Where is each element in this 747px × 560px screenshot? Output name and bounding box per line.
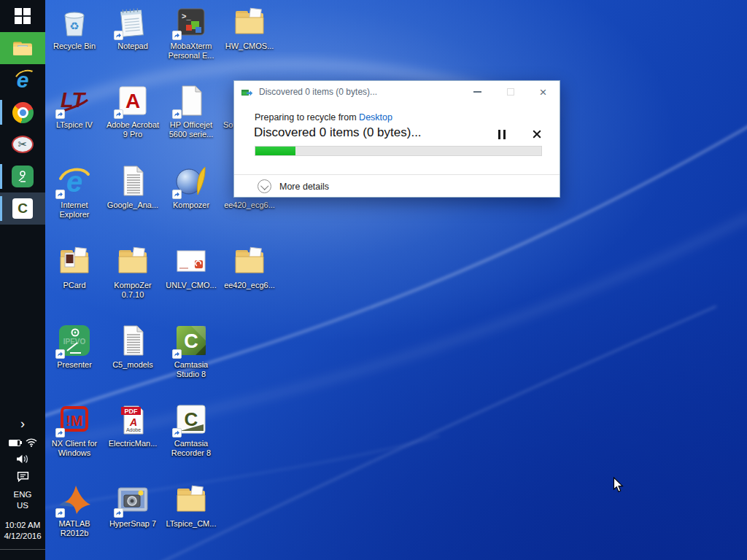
desktop-icon-label: NX Client for Windows <box>47 439 102 458</box>
shortcut-arrow-icon <box>172 190 182 199</box>
desktop-icon-pcard[interactable]: PCard <box>47 244 102 290</box>
discovered-status: Discovered 0 items (0 bytes)... <box>254 125 422 140</box>
svg-text:A: A <box>125 90 140 112</box>
desktop-icon-label: Google_Ana... <box>107 201 158 210</box>
shortcut-arrow-icon <box>55 349 65 359</box>
dialog-titlebar[interactable]: Discovered 0 items (0 bytes)... × <box>234 81 560 103</box>
ie-icon: e <box>57 163 92 198</box>
svg-text:Adobe: Adobe <box>126 427 141 432</box>
cancel-button[interactable] <box>530 128 543 141</box>
desktop-icon-ltspice-cm[interactable]: LTspice_CM... <box>163 482 219 529</box>
svg-text:C: C <box>184 330 198 352</box>
desktop-icon-presenter[interactable]: IPEVO Presenter <box>47 323 102 370</box>
desktop-icon-ltspice[interactable]: LT LTspice IV <box>47 83 102 130</box>
hypersnap-icon <box>115 482 150 517</box>
language-indicator[interactable]: ENG US <box>14 489 32 510</box>
desktop-icon-hypersnap[interactable]: HyperSnap 7 <box>105 482 160 529</box>
more-details-expander[interactable]: More details <box>234 175 560 198</box>
shortcut-arrow-icon <box>114 109 123 119</box>
battery-icon[interactable] <box>9 440 20 446</box>
wifi-icon[interactable] <box>26 438 37 447</box>
desktop-icon-kompozer-folder[interactable]: KompoZer 0.7.10 <box>105 244 160 300</box>
shortcut-arrow-icon <box>55 109 65 119</box>
desktop-icon-label: Camtasia Recorder 8 <box>163 439 219 458</box>
folder-icon <box>115 244 150 279</box>
shortcut-arrow-icon <box>114 31 123 40</box>
taskbar-internet-explorer-button[interactable]: e <box>0 64 45 96</box>
taskbar-presenter-button[interactable] <box>0 160 45 192</box>
desktop-icon-label: ElectricMan... <box>109 439 158 448</box>
desktop-icon-kompozer[interactable]: Kompozer <box>163 163 219 210</box>
chevron-down-circle-icon <box>258 179 271 193</box>
file-operation-icon <box>241 86 253 98</box>
desktop-icon-label: KompoZer 0.7.10 <box>105 281 160 300</box>
folder-icon <box>174 482 209 517</box>
pdf-document-icon: PDFAAdobe <box>115 402 150 437</box>
svg-text:♻: ♻ <box>69 20 79 32</box>
shortcut-arrow-icon <box>172 109 182 119</box>
desktop-icon-hw-cmos[interactable]: HW_CMOS... <box>222 4 277 51</box>
action-center-icon[interactable] <box>17 471 29 482</box>
folder-icon <box>232 4 267 39</box>
show-hidden-icons-button[interactable]: › <box>0 417 45 430</box>
progress-bar <box>255 146 542 156</box>
desktop-icon-label: ee420_ecg6... <box>224 201 275 210</box>
close-button[interactable]: × <box>527 81 560 103</box>
desktop-link[interactable]: Desktop <box>359 112 392 122</box>
show-desktop-divider[interactable] <box>0 549 45 550</box>
folder-icon <box>232 244 267 279</box>
desktop-icon-label: Kompozer <box>173 201 209 210</box>
ipevo-presenter-icon: IPEVO <box>57 323 92 358</box>
desktop-icon-label: C5_models <box>112 360 153 370</box>
svg-text:>_: >_ <box>182 12 191 20</box>
desktop-icon-acrobat[interactable]: A Adobe Acrobat 9 Pro <box>105 83 160 139</box>
taskbar-chrome-button[interactable] <box>0 96 45 128</box>
more-details-label: More details <box>279 182 329 192</box>
desktop-icon-label: Notepad <box>117 42 148 51</box>
desktop-icon-google-ana[interactable]: Google_Ana... <box>105 163 160 210</box>
taskbar-camtasia-button[interactable]: C <box>0 192 45 225</box>
dialog-title: Discovered 0 items (0 bytes)... <box>259 87 461 97</box>
volume-icon[interactable] <box>16 454 30 464</box>
shortcut-arrow-icon <box>55 428 65 438</box>
maximize-button-disabled <box>494 81 527 103</box>
clock-time: 10:02 AM <box>4 520 41 532</box>
minimize-button[interactable] <box>461 81 494 103</box>
start-button[interactable] <box>0 0 45 32</box>
ipevo-presenter-icon <box>12 166 34 187</box>
desktop-icon-camtasia-recorder[interactable]: C Camtasia Recorder 8 <box>163 402 219 458</box>
desktop-icon-c5-models[interactable]: C5_models <box>105 323 160 370</box>
chrome-icon <box>12 102 34 123</box>
desktop-icon-label: Adobe Acrobat 9 Pro <box>105 120 160 139</box>
folder-with-document-icon <box>57 244 92 279</box>
blank-page-icon <box>174 83 209 118</box>
shortcut-arrow-icon <box>114 508 123 518</box>
desktop-icon-hp-officejet[interactable]: HP Officejet 5600 serie... <box>163 83 219 139</box>
taskbar: e ✂ C › ENG US 10:02 AM 4/12/2016 <box>0 0 45 560</box>
desktop-icon-unlv-cmo[interactable]: UNLV_CMO... <box>163 244 219 290</box>
desktop-icon-mobaxterm[interactable]: >_ MobaXterm Personal E... <box>163 4 219 61</box>
camtasia-studio-icon: C <box>174 323 209 358</box>
desktop-icon-camtasia-studio[interactable]: C Camtasia Studio 8 <box>163 323 219 379</box>
kompozer-globe-icon <box>174 163 209 198</box>
desktop-icon-matlab[interactable]: MATLAB R2012b <box>47 482 102 538</box>
desktop-icon-ee420-b[interactable]: ee420_ecg6... <box>222 244 277 290</box>
desktop-icon-electricman-pdf[interactable]: PDFAAdobe ElectricMan... <box>105 402 160 448</box>
shortcut-arrow-icon <box>172 31 182 40</box>
desktop-icon-label: UNLV_CMO... <box>166 281 216 290</box>
desktop-icon-label: HP Officejet 5600 serie... <box>163 120 219 139</box>
pause-button[interactable] <box>494 128 510 141</box>
taskbar-file-explorer-button[interactable] <box>0 32 45 64</box>
clock-date: 4/12/2016 <box>4 531 41 542</box>
desktop-icon-notepad[interactable]: Notepad <box>105 4 160 51</box>
desktop-icon-internet-explorer[interactable]: e Internet Explorer <box>47 163 102 219</box>
clock[interactable]: 10:02 AM 4/12/2016 <box>4 520 41 542</box>
nx-client-icon: !M <box>57 402 92 437</box>
shortcut-arrow-icon <box>55 508 65 518</box>
shortcut-arrow-icon <box>55 190 65 199</box>
taskbar-snipping-tool-button[interactable]: ✂ <box>0 128 45 160</box>
internet-explorer-icon: e <box>17 69 29 91</box>
desktop-icon-recycle-bin[interactable]: ♻ Recycle Bin <box>47 4 102 51</box>
snipping-tool-icon: ✂ <box>12 136 34 153</box>
desktop-icon-nx-client[interactable]: !M NX Client for Windows <box>47 402 102 458</box>
